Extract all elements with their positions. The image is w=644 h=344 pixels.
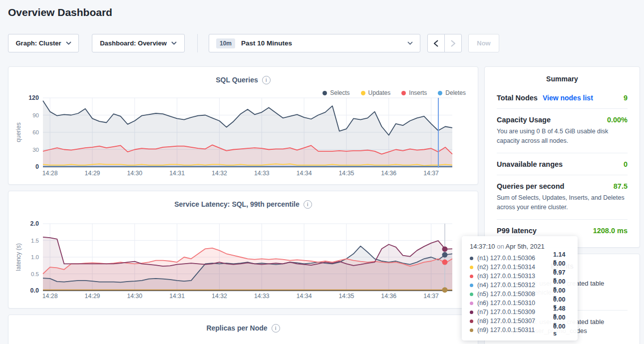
node-address: (n1) 127.0.0.1:50306 — [477, 255, 549, 262]
time-now-button[interactable]: Now — [468, 34, 499, 52]
svg-text:14:28: 14:28 — [42, 293, 58, 300]
svg-text:2.0: 2.0 — [30, 220, 39, 227]
node-address: (n6) 127.0.0.1:50310 — [477, 300, 549, 307]
node-color-dot-icon — [470, 257, 473, 260]
time-window-badge: 10m — [216, 38, 235, 48]
svg-text:1.5: 1.5 — [31, 238, 39, 244]
svg-text:30: 30 — [32, 147, 39, 153]
replicas-per-node-chart-title: Replicas per Node — [8, 324, 478, 333]
svg-text:latency (s): latency (s) — [15, 243, 22, 271]
dashboard-dropdown[interactable]: Dashboard: Overview — [92, 34, 185, 52]
node-color-dot-icon — [470, 284, 473, 287]
service-latency-chart[interactable]: 0.00.51.01.52.014:2814:2914:3014:3114:32… — [8, 191, 479, 309]
info-icon[interactable] — [272, 324, 280, 333]
svg-text:14:35: 14:35 — [339, 170, 354, 177]
svg-text:90: 90 — [32, 112, 39, 118]
svg-text:14:29: 14:29 — [85, 293, 100, 300]
chevron-right-icon — [451, 40, 455, 47]
node-color-dot-icon — [470, 266, 473, 269]
svg-text:14:28: 14:28 — [42, 170, 58, 177]
node-color-dot-icon — [470, 302, 473, 305]
time-next-button[interactable] — [444, 34, 462, 52]
svg-text:14:36: 14:36 — [381, 293, 396, 300]
chevron-left-icon — [434, 40, 438, 47]
time-range-selector[interactable]: 10m Past 10 Minutes — [209, 34, 420, 52]
capacity-usage-value: 0.00% — [607, 116, 628, 124]
total-nodes-value: 9 — [624, 94, 628, 102]
svg-text:0.5: 0.5 — [31, 271, 39, 277]
svg-text:0.0: 0.0 — [30, 287, 39, 294]
node-color-dot-icon — [470, 320, 473, 323]
svg-text:14:35: 14:35 — [339, 293, 354, 300]
node-color-dot-icon — [470, 311, 473, 314]
svg-text:0: 0 — [35, 163, 39, 170]
node-color-dot-icon — [470, 293, 473, 296]
view-nodes-list-link[interactable]: View nodes list — [543, 94, 593, 102]
svg-text:120: 120 — [28, 94, 39, 101]
summary-row-total-nodes: Total Nodes View nodes list 9 — [497, 87, 628, 109]
tooltip-node-row: (n9) 127.0.0.1:503110.00 s — [470, 326, 570, 335]
node-color-dot-icon — [470, 329, 473, 332]
dashboard-label: Dashboard: Overview — [100, 39, 167, 47]
node-address: (n4) 127.0.0.1:50312 — [477, 282, 549, 289]
page-title: Overview Dashboard — [8, 6, 112, 18]
summary-row-unavailable-ranges: Unavailable ranges 0 — [497, 153, 628, 175]
summary-title: Summary — [497, 75, 628, 83]
graph-scope-dropdown[interactable]: Graph: Cluster — [8, 34, 79, 52]
svg-text:14:36: 14:36 — [381, 170, 396, 177]
queries-per-second-value: 87.5 — [614, 182, 628, 190]
time-window-label: Past 10 Minutes — [241, 39, 292, 47]
svg-text:14:32: 14:32 — [212, 293, 227, 300]
svg-text:14:31: 14:31 — [169, 170, 185, 177]
sql-queries-chart-card: SQL Queries SelectsUpdatesInsertsDeletes… — [8, 66, 478, 185]
replicas-per-node-chart-card: Replicas per Node — [8, 315, 478, 344]
node-address: (n2) 127.0.0.1:50314 — [477, 264, 549, 271]
svg-text:14:33: 14:33 — [254, 170, 270, 177]
chevron-down-icon — [171, 41, 177, 45]
graph-scope-label: Graph: Cluster — [15, 39, 61, 47]
chevron-down-icon — [66, 41, 71, 45]
svg-text:60: 60 — [32, 129, 39, 135]
svg-text:14:30: 14:30 — [127, 170, 142, 177]
svg-text:14:34: 14:34 — [297, 293, 312, 300]
svg-text:1.0: 1.0 — [31, 254, 39, 260]
toolbar-divider — [197, 34, 198, 52]
node-address: (n5) 127.0.0.1:50308 — [477, 291, 549, 298]
unavailable-ranges-value: 0 — [624, 160, 628, 168]
svg-text:14:30: 14:30 — [127, 293, 142, 300]
tooltip-timestamp: 14:37:10 on Apr 5th, 2021 — [470, 243, 570, 250]
node-address: (n3) 127.0.0.1:50313 — [477, 273, 549, 280]
time-prev-button[interactable] — [427, 34, 445, 52]
svg-text:14:32: 14:32 — [212, 170, 227, 177]
svg-text:14:31: 14:31 — [169, 293, 185, 300]
chart-hover-tooltip: 14:37:10 on Apr 5th, 2021 (n1) 127.0.0.1… — [462, 236, 578, 341]
tooltip-rows: (n1) 127.0.0.1:503061.14 s(n2) 127.0.0.1… — [470, 254, 570, 335]
node-color-dot-icon — [470, 275, 473, 278]
node-address: (n7) 127.0.0.1:50309 — [477, 309, 549, 316]
summary-row-capacity-usage: Capacity Usage 0.00% You are using 0 B o… — [497, 109, 628, 153]
svg-text:14:34: 14:34 — [297, 170, 312, 177]
sql-queries-chart[interactable]: 030609012014:2814:2914:3014:3114:3214:33… — [8, 67, 479, 185]
summary-panel: Summary Total Nodes View nodes list 9 Ca… — [484, 66, 640, 248]
node-address: (n9) 127.0.0.1:50311 — [477, 327, 549, 334]
p99-latency-value: 1208.0 ms — [593, 227, 628, 235]
svg-text:queries: queries — [15, 122, 22, 142]
service-latency-chart-card: Service Latency: SQL, 99th percentile 0.… — [8, 191, 478, 309]
svg-text:14:37: 14:37 — [423, 170, 439, 177]
svg-text:14:33: 14:33 — [254, 293, 270, 300]
svg-text:14:29: 14:29 — [85, 170, 100, 177]
chevron-down-icon — [407, 41, 413, 45]
svg-text:14:37: 14:37 — [423, 293, 439, 300]
node-latency-value: 0.00 s — [553, 323, 570, 337]
summary-row-queries-per-second: Queries per second 87.5 Sum of Selects, … — [497, 175, 628, 220]
node-address: (n8) 127.0.0.1:50307 — [477, 318, 549, 325]
